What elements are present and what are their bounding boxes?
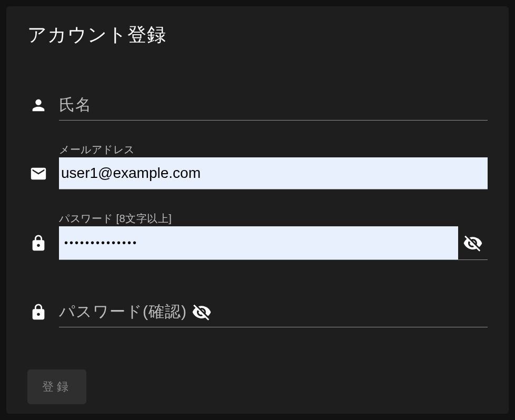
email-input-wrap: メールアドレス bbox=[59, 157, 488, 189]
mail-icon bbox=[27, 165, 59, 183]
visibility-off-icon[interactable] bbox=[187, 302, 216, 322]
lock-icon bbox=[27, 303, 59, 321]
field-password: パスワード [8文字以上] •••••••••••••• bbox=[27, 226, 488, 260]
email-field[interactable] bbox=[59, 157, 488, 189]
password-field[interactable]: •••••••••••••• bbox=[59, 226, 458, 259]
registration-card: アカウント登録 氏名 メールアドレス パスワード [8文字以上] •••••••… bbox=[6, 6, 509, 414]
person-icon bbox=[27, 96, 59, 114]
submit-button[interactable]: 登録 bbox=[27, 369, 86, 404]
name-input-wrap[interactable]: 氏名 bbox=[59, 90, 488, 121]
password-label: パスワード [8文字以上] bbox=[59, 212, 172, 226]
password-confirm-input-wrap[interactable]: パスワード(確認) bbox=[59, 297, 488, 327]
field-name: 氏名 bbox=[27, 90, 488, 121]
page-title: アカウント登録 bbox=[27, 22, 488, 48]
lock-icon bbox=[27, 234, 59, 252]
field-email: メールアドレス bbox=[27, 157, 488, 189]
name-label: 氏名 bbox=[59, 90, 92, 120]
visibility-off-icon[interactable] bbox=[458, 233, 488, 253]
email-label: メールアドレス bbox=[59, 143, 135, 157]
password-input-wrap: パスワード [8文字以上] •••••••••••••• bbox=[59, 226, 488, 260]
field-password-confirm: パスワード(確認) bbox=[27, 297, 488, 327]
password-confirm-label: パスワード(確認) bbox=[59, 297, 187, 327]
